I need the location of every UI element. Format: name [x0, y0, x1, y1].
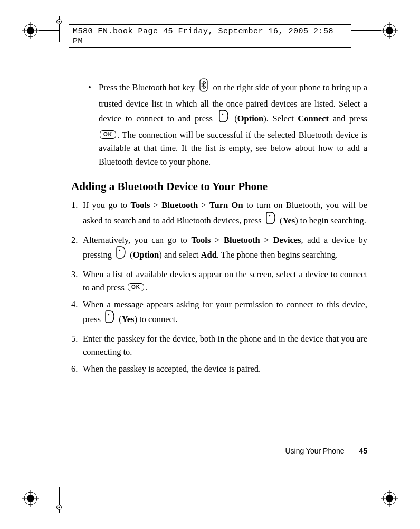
- text: Enter the passkey for the device, both i…: [83, 334, 367, 357]
- ok-key-icon: OK: [100, 130, 116, 139]
- text: ) and select: [159, 250, 201, 260]
- option-label: Option: [133, 250, 159, 260]
- text: If you go to: [83, 200, 130, 210]
- bullet-paragraph: • Press the Bluetooth hot key on the rig…: [71, 79, 367, 168]
- text: When the passkey is accepted, the device…: [83, 364, 261, 374]
- step-item: When a message appears asking for your p…: [71, 298, 367, 329]
- svg-point-9: [27, 495, 34, 502]
- text: Press the Bluetooth hot key: [99, 82, 197, 92]
- menu-path: Bluetooth: [224, 235, 260, 245]
- text: . The connection will be successful if t…: [99, 130, 367, 167]
- svg-point-5: [386, 27, 393, 34]
- print-header-bar: M580_EN.book Page 45 Friday, September 1…: [69, 24, 351, 48]
- step-item: If you go to Tools > Bluetooth > Turn On…: [71, 199, 367, 230]
- text: Alternatively, you can go to: [83, 235, 191, 245]
- svg-point-1: [27, 27, 34, 34]
- option-label: Option: [237, 114, 264, 124]
- bluetooth-key-icon: [198, 78, 209, 96]
- steps-list: If you go to Tools > Bluetooth > Turn On…: [71, 199, 367, 375]
- ok-key-icon: OK: [128, 283, 144, 291]
- text: >: [150, 200, 161, 210]
- softkey-icon: [218, 109, 229, 127]
- menu-path: Devices: [273, 235, 301, 245]
- softkey-icon: [104, 310, 115, 328]
- softkey-icon: [265, 211, 276, 229]
- menu-path: Bluetooth: [161, 200, 198, 210]
- footer-label: Using Your Phone: [285, 447, 344, 455]
- svg-point-20: [108, 314, 109, 315]
- text: ) to connect.: [135, 314, 178, 324]
- registration-mark-icon: [381, 22, 398, 39]
- yes-label: Yes: [282, 215, 295, 225]
- step-item: Enter the passkey for the device, both i…: [71, 332, 367, 359]
- svg-point-12: [383, 492, 396, 505]
- svg-point-19: [119, 250, 120, 251]
- svg-point-18: [269, 215, 270, 216]
- add-label: Add: [201, 250, 217, 260]
- text: .: [145, 282, 147, 292]
- text: and press: [329, 114, 367, 124]
- bullet-icon: •: [88, 81, 91, 95]
- text: ) to begin searching.: [295, 215, 366, 225]
- svg-point-17: [222, 114, 223, 115]
- softkey-icon: [116, 245, 126, 263]
- text: When a list of available devices appear …: [83, 269, 367, 293]
- text: . The phone then begins searching.: [217, 250, 338, 260]
- menu-path: Turn On: [209, 200, 243, 210]
- menu-path: Tools: [130, 200, 150, 210]
- step-item: When the passkey is accepted, the device…: [71, 362, 367, 376]
- svg-point-13: [386, 495, 393, 502]
- menu-path: Tools: [191, 235, 211, 245]
- registration-mark-icon: [381, 490, 398, 507]
- page-number: 45: [359, 447, 367, 455]
- step-item: Alternatively, you can go to Tools > Blu…: [71, 233, 367, 264]
- section-heading: Adding a Bluetooth Device to Your Phone: [71, 180, 367, 193]
- yes-label: Yes: [122, 314, 135, 324]
- print-header-text: M580_EN.book Page 45 Friday, September 1…: [73, 27, 333, 46]
- page-content: • Press the Bluetooth hot key on the rig…: [71, 79, 367, 455]
- text: ). Select: [263, 114, 298, 124]
- svg-point-4: [383, 24, 396, 37]
- text: >: [260, 235, 273, 245]
- registration-mark-icon: [22, 22, 39, 39]
- text: >: [198, 200, 209, 210]
- text: >: [211, 235, 224, 245]
- step-item: When a list of available devices appear …: [71, 268, 367, 295]
- connect-label: Connect: [298, 114, 329, 124]
- page-footer: Using Your Phone 45: [285, 447, 367, 455]
- svg-point-0: [24, 24, 37, 37]
- registration-mark-icon: [22, 490, 39, 507]
- svg-point-8: [24, 492, 37, 505]
